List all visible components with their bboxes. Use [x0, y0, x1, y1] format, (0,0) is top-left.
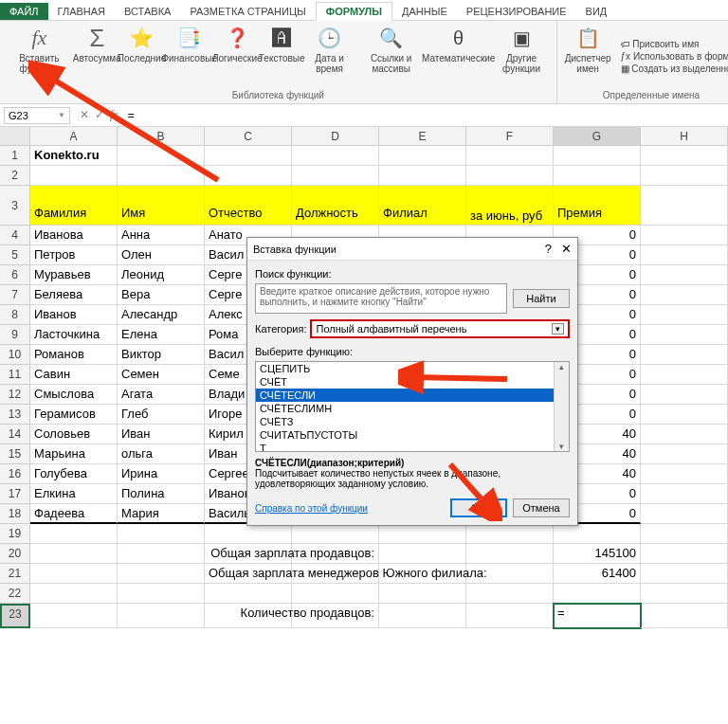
use-in-formula-button[interactable]: ƒx Использовать в форму. [621, 51, 728, 62]
cell[interactable]: Общая зарплата менеджеров Южного филиала… [205, 564, 292, 584]
cell[interactable]: Иван [118, 425, 205, 444]
row-header[interactable]: 5 [0, 245, 30, 265]
cell[interactable] [641, 584, 728, 604]
cell[interactable] [30, 524, 118, 544]
name-box[interactable]: G23▼ [4, 107, 70, 124]
cell[interactable]: Вера [118, 285, 205, 305]
name-manager-button[interactable]: 📋Диспетчер имен [561, 23, 615, 89]
cell[interactable]: Герамисов [30, 405, 118, 425]
cell[interactable] [205, 524, 292, 544]
row-header[interactable]: 22 [0, 584, 30, 604]
cell[interactable] [30, 584, 118, 604]
list-item[interactable]: Т [256, 442, 569, 452]
cell[interactable] [641, 564, 728, 584]
cell[interactable] [641, 265, 728, 285]
cell[interactable] [641, 325, 728, 345]
cell[interactable] [292, 524, 379, 544]
cell[interactable] [641, 484, 728, 504]
cell[interactable]: ольга [118, 444, 205, 464]
row-header[interactable]: 2 [0, 166, 30, 186]
row-header[interactable]: 19 [0, 524, 30, 544]
list-item[interactable]: СЧЁТЕСЛИМН [256, 402, 569, 415]
cell[interactable] [641, 504, 728, 524]
cell[interactable]: Фадеева [30, 504, 118, 524]
cell[interactable] [205, 584, 292, 604]
scrollbar[interactable]: ▴▾ [554, 362, 569, 451]
cell[interactable]: Глеб [118, 405, 205, 425]
cell[interactable] [118, 544, 205, 564]
cell[interactable] [466, 146, 554, 166]
row-header[interactable]: 14 [0, 425, 30, 444]
cell[interactable]: Алесандр [118, 305, 205, 325]
cell[interactable] [466, 584, 554, 604]
tab-review[interactable]: РЕЦЕНЗИРОВАНИЕ [457, 3, 576, 20]
col-header-b[interactable]: B [118, 127, 205, 145]
cell[interactable] [118, 146, 205, 166]
cell[interactable] [466, 166, 554, 186]
cell[interactable]: Муравьев [30, 265, 118, 285]
math-button[interactable]: θМатематические [427, 23, 490, 89]
list-item[interactable]: СЧЁТЗ [256, 415, 569, 428]
cell[interactable] [641, 345, 728, 365]
cell[interactable] [118, 584, 205, 604]
lookup-button[interactable]: 🔍Ссылки и массивы [355, 23, 427, 89]
cell[interactable] [641, 405, 728, 425]
cell[interactable] [641, 285, 728, 305]
row-header[interactable]: 12 [0, 385, 30, 405]
cell[interactable]: 61400 [554, 564, 641, 584]
cell[interactable]: Виктор [118, 345, 205, 365]
col-header-a[interactable]: A [30, 127, 118, 145]
cell[interactable] [292, 584, 379, 604]
cell[interactable] [641, 604, 728, 628]
cell[interactable] [641, 464, 728, 484]
financial-button[interactable]: 📑Финансовые [164, 23, 214, 89]
cell[interactable] [379, 544, 466, 564]
cell[interactable]: Фамилия [30, 186, 118, 226]
col-header-h[interactable]: H [641, 127, 728, 145]
list-item[interactable]: СЧЁТ [256, 375, 569, 389]
cell[interactable]: Елкина [30, 484, 118, 504]
search-input[interactable]: Введите краткое описание действия, котор… [255, 283, 507, 314]
row-header[interactable]: 13 [0, 405, 30, 425]
cell[interactable]: Агата [118, 385, 205, 405]
cell[interactable]: Голубева [30, 464, 118, 484]
tab-layout[interactable]: РАЗМЕТКА СТРАНИЦЫ [180, 3, 315, 20]
cell[interactable] [641, 146, 728, 166]
cell[interactable] [379, 524, 466, 544]
datetime-button[interactable]: 🕒Дата и время [303, 23, 356, 89]
cancel-formula-icon[interactable]: ✕ [80, 108, 89, 122]
col-header-f[interactable]: F [466, 127, 554, 145]
list-item[interactable]: СЧЁТЕСЛИ [256, 389, 569, 402]
row-header[interactable]: 1 [0, 146, 30, 166]
scroll-up-icon[interactable]: ▴ [559, 362, 564, 371]
cell[interactable]: Иванов [30, 305, 118, 325]
row-header[interactable]: 23 [0, 604, 30, 628]
cell[interactable]: 145100 [554, 544, 641, 564]
recent-button[interactable]: ⭐Последние [119, 23, 164, 89]
cell[interactable] [641, 245, 728, 265]
cell[interactable] [466, 524, 554, 544]
cell[interactable]: Должность [292, 186, 379, 226]
cell[interactable] [641, 444, 728, 464]
cell[interactable] [641, 425, 728, 444]
cell[interactable] [554, 166, 641, 186]
cell[interactable]: Семен [118, 365, 205, 385]
cell[interactable] [641, 544, 728, 564]
tab-data[interactable]: ДАННЫЕ [392, 3, 457, 20]
cell[interactable] [641, 524, 728, 544]
tab-view[interactable]: ВИД [576, 3, 617, 20]
row-header[interactable]: 3 [0, 186, 30, 226]
row-header[interactable]: 18 [0, 504, 30, 524]
cell[interactable] [292, 166, 379, 186]
cell[interactable]: Отчество [205, 186, 292, 226]
row-header[interactable]: 16 [0, 464, 30, 484]
cell[interactable] [118, 524, 205, 544]
cell[interactable]: Беляева [30, 285, 118, 305]
col-header-c[interactable]: C [205, 127, 292, 145]
cell[interactable] [641, 305, 728, 325]
cell[interactable]: Елена [118, 325, 205, 345]
cell[interactable]: Мария [118, 504, 205, 524]
cell[interactable] [466, 604, 554, 628]
cell[interactable] [641, 166, 728, 186]
help-icon[interactable]: ? [545, 242, 552, 256]
